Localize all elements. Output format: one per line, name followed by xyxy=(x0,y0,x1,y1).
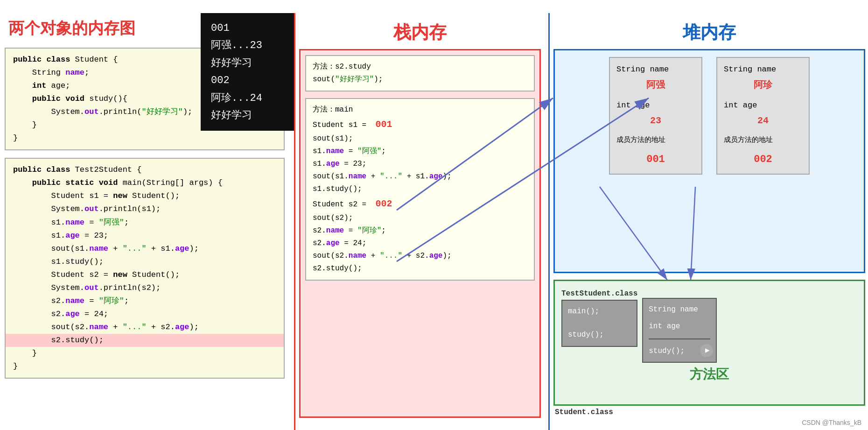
play-icon[interactable]: ▶ xyxy=(700,344,713,357)
obj1-name-val: 阿强 xyxy=(616,77,695,94)
obj1-method-addr: 成员方法的地址 xyxy=(616,134,695,147)
frame-line: sout(s2); xyxy=(313,212,527,225)
code-line: Student s1 = new Student(); xyxy=(13,190,276,203)
frame-label: 方法：main xyxy=(313,104,527,116)
popup-line-3: 好好学习 xyxy=(211,55,284,72)
code-line: sout(s1.name + "..." + s1.age); xyxy=(13,242,276,255)
method-main: main(); xyxy=(568,304,631,318)
heap-objects: String name 阿强 int age 23 成员方法的地址 001 St… xyxy=(561,57,857,175)
code-line: s1.study(); xyxy=(13,255,276,268)
popup-line-1: 001 xyxy=(211,20,284,37)
right-panel: 堆内存 String name 阿强 int age 23 成员方法的地址 00… xyxy=(551,13,868,430)
teststudent-class-label: TestStudent.class xyxy=(561,289,637,298)
popup-tooltip: 001 阿强...23 好好学习 002 阿珍...24 好好学习 xyxy=(201,13,294,131)
frame-line: s1.age = 23; xyxy=(313,158,527,170)
method-study: study(); xyxy=(568,328,631,342)
frame-line: s1.study(); xyxy=(313,183,527,196)
code-line: s1.name = "阿强"; xyxy=(13,216,276,229)
code-line: System.out.println(s1); xyxy=(13,203,276,216)
frame-line: Student s2 = 002 xyxy=(313,196,527,212)
obj2-field-name: String name xyxy=(724,63,802,77)
mid-title: 栈内存 xyxy=(296,13,544,49)
frame-line: s1.name = "阿强"; xyxy=(313,145,527,158)
code-line: public static void main(String[] args) { xyxy=(13,176,276,190)
teststudent-methods: main(); study(); xyxy=(561,300,637,347)
code-line: System.out.println(s2); xyxy=(13,282,276,295)
popup-line-2: 阿强...23 xyxy=(211,37,284,54)
popup-line-4: 002 xyxy=(211,72,284,89)
frame-code: sout("好好学习"); xyxy=(313,73,527,86)
code-line: s2.age = 24; xyxy=(13,308,276,321)
frame-line: s2.age = 24; xyxy=(313,237,527,250)
code-line: public class Test2Student { xyxy=(13,163,276,176)
code-line: s1.age = 23; xyxy=(13,229,276,242)
stack-frame-s2-study: 方法：s2.study sout("好好学习"); xyxy=(305,55,535,92)
heap-area: String name 阿强 int age 23 成员方法的地址 001 St… xyxy=(553,49,865,273)
obj1-field-age: int age xyxy=(616,99,695,113)
frame-line: Student s1 = 001 xyxy=(313,117,527,133)
right-title: 堆内存 xyxy=(551,13,868,49)
heap-object-2: String name 阿珍 int age 24 成员方法的地址 002 xyxy=(716,57,810,175)
obj1-field-name: String name xyxy=(616,63,695,77)
method-area-inner: TestStudent.class main(); study(); Stude… xyxy=(561,289,857,363)
code-line: } xyxy=(13,132,276,145)
highlighted-code-line: s2.study(); xyxy=(6,334,284,347)
frame-line: s2.name = "阿珍"; xyxy=(313,225,527,237)
stack-area: 方法：s2.study sout("好好学习"); 方法：main Studen… xyxy=(299,49,541,418)
obj2-field-age: int age xyxy=(724,99,802,113)
obj2-method-addr: 成员方法的地址 xyxy=(724,134,802,147)
popup-line-6: 好好学习 xyxy=(211,107,284,124)
test2student-class-code: public class Test2Student { public stati… xyxy=(5,158,285,379)
code-line: } xyxy=(13,360,276,373)
student-field-name: String name xyxy=(649,303,710,317)
obj2-age-val: 24 xyxy=(724,113,802,129)
student-class-label: Student.class xyxy=(555,408,613,416)
frame-label: 方法：s2.study xyxy=(313,61,527,73)
student-class-methods: String name int age study(); ▶ xyxy=(642,298,717,363)
code-line: } xyxy=(13,347,276,360)
method-area: TestStudent.class main(); study(); Stude… xyxy=(553,280,865,406)
watermark: CSDN @Thanks_kB xyxy=(802,419,861,426)
mid-panel: 栈内存 方法：s2.study sout("好好学习"); 方法：main St… xyxy=(296,13,544,430)
popup-line-5: 阿珍...24 xyxy=(211,90,284,107)
obj2-addr: 002 xyxy=(724,150,802,169)
left-mid-divider xyxy=(294,13,295,430)
student-divider xyxy=(649,338,710,339)
method-area-title: 方法区 xyxy=(561,363,857,386)
heap-object-1: String name 阿强 int age 23 成员方法的地址 001 xyxy=(609,57,702,175)
stack-frame-main: 方法：main Student s1 = 001 sout(s1); s1.na… xyxy=(305,98,535,281)
code-line: sout(s2.name + "..." + s2.age); xyxy=(13,321,276,334)
frame-line: sout(s2.name + "..." + s2.age); xyxy=(313,250,527,262)
obj2-name-val: 阿珍 xyxy=(724,77,802,94)
frame-line: sout(s1); xyxy=(313,133,527,145)
mid-right-divider xyxy=(548,13,550,430)
code-line: Student s2 = new Student(); xyxy=(13,268,276,282)
obj1-age-val: 23 xyxy=(616,113,695,129)
obj1-addr: 001 xyxy=(616,150,695,169)
frame-line: sout(s1.name + "..." + s1.age); xyxy=(313,170,527,183)
frame-line: s2.study(); xyxy=(313,262,527,275)
code-line: s2.name = "阿珍"; xyxy=(13,295,276,308)
student-field-age: int age xyxy=(649,319,710,333)
